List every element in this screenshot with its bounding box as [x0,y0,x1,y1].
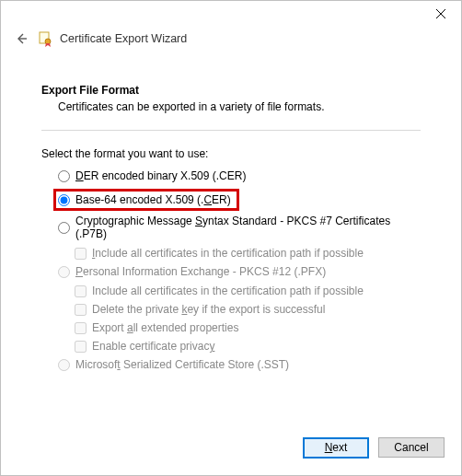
wizard-body: Export File Format Certificates can be e… [1,49,461,429]
certificate-icon [38,30,54,47]
check-pfx-delete-key: Delete the private key if the export is … [75,303,421,316]
cancel-button[interactable]: Cancel [378,437,445,458]
section-heading: Export File Format [41,84,421,97]
format-options: DER encoded binary X.509 (.CER) Base-64 … [58,169,421,371]
wizard-window: Certificate Export Wizard Export File Fo… [0,0,462,476]
option-base64[interactable]: Base-64 encoded X.509 (.CER) [58,193,231,206]
label-base64: Base-64 encoded X.509 (.CER) [75,193,231,206]
checkbox-p7b-include-chain [75,248,87,260]
label-p7b-include-chain: Include all certificates in the certific… [92,247,364,260]
checkbox-pfx-export-ext [75,322,87,334]
option-sst: Microsoft Serialized Certificate Store (… [58,358,421,371]
radio-der[interactable] [58,170,70,182]
titlebar [1,1,461,27]
check-p7b-include-chain: Include all certificates in the certific… [75,247,421,260]
radio-pfx [58,266,70,278]
check-pfx-privacy: Enable certificate privacy [75,340,421,353]
option-pfx: Personal Information Exchange - PKCS #12… [58,265,421,278]
close-button[interactable] [421,1,461,27]
label-p7b: Cryptographic Message Syntax Standard - … [75,215,421,240]
label-sst: Microsoft Serialized Certificate Store (… [75,358,289,371]
label-der: DER encoded binary X.509 (.CER) [75,169,246,182]
radio-base64[interactable] [58,194,70,206]
radio-sst [58,359,70,371]
section-subheading: Certificates can be exported in a variet… [58,100,421,113]
label-pfx-export-ext: Export all extended properties [92,321,238,334]
back-arrow-icon [15,32,28,45]
label-pfx-privacy: Enable certificate privacy [92,340,214,353]
option-base64-highlight: Base-64 encoded X.509 (.CER) [53,189,239,211]
footer: Next Cancel [1,429,461,475]
divider [41,130,421,131]
label-pfx-delete-key: Delete the private key if the export is … [92,303,325,316]
check-pfx-export-ext: Export all extended properties [75,321,421,334]
pfx-subchecks: Include all certificates in the certific… [75,284,421,353]
next-button[interactable]: Next [303,437,369,459]
checkbox-pfx-include-chain [75,285,87,297]
close-icon [436,9,445,18]
label-pfx-include-chain: Include all certificates in the certific… [92,284,364,297]
check-pfx-include-chain: Include all certificates in the certific… [75,284,421,297]
header: Certificate Export Wizard [1,27,461,49]
back-button[interactable] [12,29,30,48]
select-format-label: Select the format you want to use: [41,147,421,160]
option-der[interactable]: DER encoded binary X.509 (.CER) [58,169,421,182]
radio-p7b[interactable] [58,222,70,234]
label-pfx: Personal Information Exchange - PKCS #12… [75,265,326,278]
checkbox-pfx-privacy [75,341,87,353]
p7b-subchecks: Include all certificates in the certific… [75,247,421,260]
option-p7b[interactable]: Cryptographic Message Syntax Standard - … [58,215,421,240]
wizard-title: Certificate Export Wizard [60,32,187,45]
checkbox-pfx-delete-key [75,304,87,316]
